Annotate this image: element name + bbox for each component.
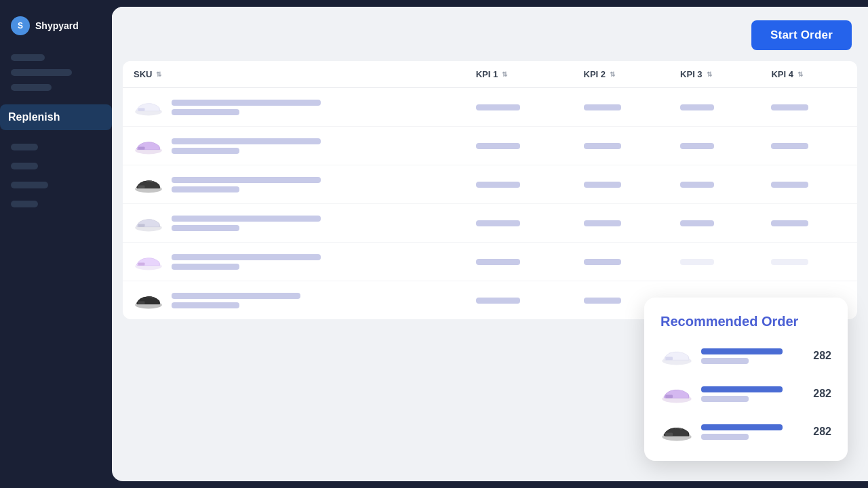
- kpi3-cell: [669, 127, 760, 165]
- kpi4-cell: [760, 165, 857, 204]
- rec-item-qty: 282: [811, 388, 831, 400]
- col-kpi3[interactable]: KPI 3 ⇅: [669, 61, 760, 88]
- sku-cell: [123, 243, 465, 281]
- sku-name-skeleton: [172, 293, 300, 299]
- kpi1-cell: [465, 243, 573, 281]
- svg-rect-7: [138, 224, 145, 226]
- sku-sub-skeleton: [172, 264, 239, 270]
- sku-cell: [123, 88, 465, 127]
- rec-item: 282: [660, 343, 831, 369]
- shoe-thumbnail: [134, 288, 163, 312]
- col-sku[interactable]: SKU ⇅: [123, 61, 465, 88]
- sku-info: [172, 100, 321, 115]
- sku-sub-skeleton: [172, 148, 239, 154]
- kpi1-sort-icon: ⇅: [502, 70, 507, 78]
- rec-item-sub-skeleton: [701, 434, 749, 440]
- rec-item-name-skeleton: [701, 348, 783, 354]
- rec-item-name-skeleton: [701, 386, 783, 392]
- sidebar-active-label: Replenish: [8, 111, 60, 123]
- rec-item-name-skeleton: [701, 424, 783, 430]
- kpi2-cell: [573, 165, 670, 204]
- rec-shoe-thumbnail: [660, 343, 693, 369]
- table-row: [123, 165, 857, 204]
- kpi3-cell: [669, 165, 760, 204]
- svg-rect-3: [138, 146, 145, 149]
- sidebar-lower-item-2[interactable]: [11, 163, 38, 169]
- sidebar-lower-item-3[interactable]: [11, 182, 48, 188]
- rec-item-info: [701, 424, 803, 440]
- sku-info: [172, 254, 321, 270]
- app-logo: S Shypyard: [0, 11, 112, 49]
- logo-icon: S: [11, 16, 30, 35]
- sku-sub-skeleton: [172, 225, 239, 231]
- kpi2-cell: [573, 204, 670, 243]
- sku-info: [172, 177, 321, 192]
- kpi3-cell: [669, 243, 760, 281]
- shoe-thumbnail: [134, 211, 163, 235]
- sku-sub-skeleton: [172, 186, 239, 192]
- kpi4-cell: [760, 88, 857, 127]
- svg-rect-13: [665, 357, 673, 361]
- table-row: [123, 204, 857, 243]
- svg-rect-11: [138, 301, 145, 304]
- sku-table-container: SKU ⇅ KPI 1 ⇅ KPI 2 ⇅: [123, 61, 857, 319]
- kpi3-cell: [669, 88, 760, 127]
- kpi1-cell: [465, 281, 573, 320]
- sku-table: SKU ⇅ KPI 1 ⇅ KPI 2 ⇅: [123, 61, 857, 319]
- recommended-order-popup: Recommended Order 282: [644, 298, 848, 461]
- sidebar-item-1[interactable]: [11, 54, 45, 61]
- sku-info: [172, 293, 300, 308]
- sku-name-skeleton: [172, 100, 321, 106]
- sidebar-item-2[interactable]: [11, 69, 72, 76]
- sidebar-lower-item-1[interactable]: [11, 144, 38, 150]
- kpi2-sort-icon: ⇅: [610, 70, 615, 78]
- svg-rect-5: [138, 185, 145, 188]
- sku-sub-skeleton: [172, 302, 239, 308]
- sku-info: [172, 138, 321, 154]
- shoe-thumbnail: [134, 172, 163, 197]
- table-row: [123, 243, 857, 281]
- sku-info: [172, 216, 321, 231]
- sku-cell: [123, 165, 465, 204]
- col-kpi4[interactable]: KPI 4 ⇅: [760, 61, 857, 88]
- sidebar-nav: [0, 49, 112, 102]
- rec-item-info: [701, 386, 803, 402]
- rec-item-sub-skeleton: [701, 396, 749, 402]
- sku-name-skeleton: [172, 177, 321, 183]
- rec-item: 282: [660, 381, 831, 407]
- col-kpi2[interactable]: KPI 2 ⇅: [573, 61, 670, 88]
- kpi1-cell: [465, 127, 573, 165]
- table-row: [123, 127, 857, 165]
- rec-item-qty: 282: [811, 350, 831, 362]
- kpi4-cell: [760, 127, 857, 165]
- rec-item: 282: [660, 419, 831, 445]
- sidebar-item-3[interactable]: [11, 84, 52, 91]
- logo-initial: S: [18, 21, 23, 30]
- kpi2-cell: [573, 127, 670, 165]
- kpi2-cell: [573, 243, 670, 281]
- app-name: Shypyard: [35, 20, 79, 31]
- sidebar-lower-item-4[interactable]: [11, 201, 38, 207]
- kpi4-sort-icon: ⇅: [797, 70, 803, 78]
- sku-name-skeleton: [172, 216, 321, 222]
- kpi2-cell: [573, 88, 670, 127]
- sku-cell: [123, 204, 465, 243]
- sku-name-skeleton: [172, 138, 321, 144]
- rec-item-qty: 282: [811, 426, 831, 438]
- kpi1-cell: [465, 204, 573, 243]
- shoe-thumbnail: [134, 95, 163, 119]
- start-order-button[interactable]: Start Order: [751, 20, 852, 50]
- svg-rect-9: [138, 262, 145, 265]
- svg-rect-17: [665, 433, 673, 436]
- main-content: Start Order SKU ⇅ KPI 1 ⇅: [112, 7, 868, 481]
- kpi1-cell: [465, 165, 573, 204]
- main-header: Start Order: [112, 7, 868, 61]
- col-kpi1[interactable]: KPI 1 ⇅: [465, 61, 573, 88]
- kpi3-sort-icon: ⇅: [707, 70, 712, 78]
- rec-shoe-thumbnail: [660, 419, 693, 445]
- recommended-order-title: Recommended Order: [660, 314, 831, 329]
- table-header-row: SKU ⇅ KPI 1 ⇅ KPI 2 ⇅: [123, 61, 857, 88]
- sidebar-item-replenish[interactable]: Replenish: [0, 104, 112, 130]
- rec-shoe-thumbnail: [660, 381, 693, 407]
- svg-rect-1: [138, 108, 145, 110]
